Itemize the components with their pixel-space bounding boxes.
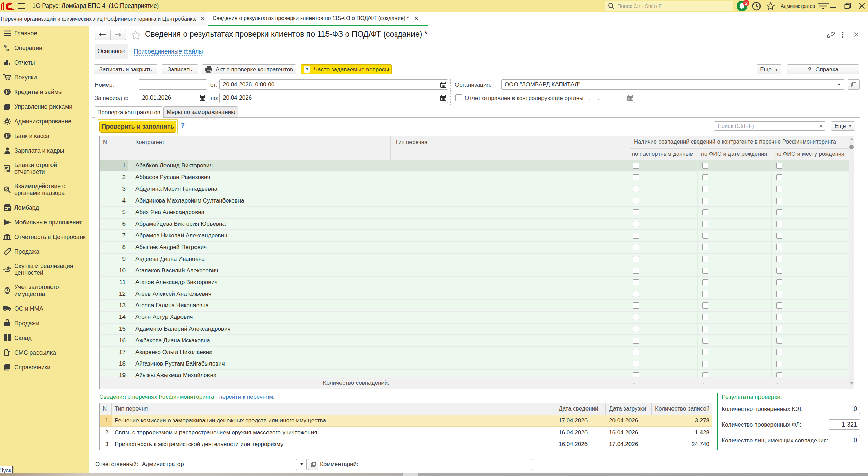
- svg-text:Дт: Дт: [4, 45, 8, 48]
- svg-text:Кт: Кт: [6, 48, 9, 52]
- svg-text:₽: ₽: [5, 187, 8, 191]
